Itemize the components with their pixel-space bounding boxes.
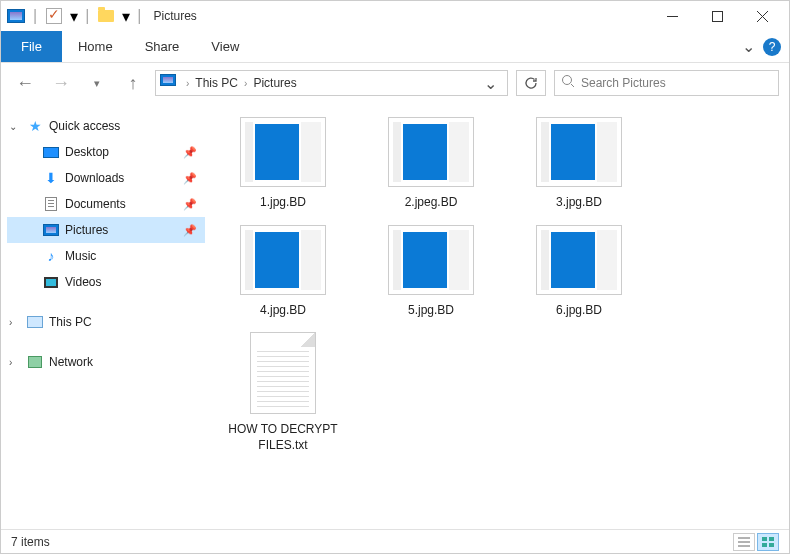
folder-icon[interactable]: [95, 5, 117, 27]
folder-dropdown-icon[interactable]: ▾: [121, 7, 131, 26]
status-item-count: 7 items: [11, 535, 50, 549]
qat-dropdown-icon[interactable]: ▾: [69, 7, 79, 26]
svg-rect-2: [762, 537, 767, 541]
pin-icon: 📌: [183, 198, 197, 211]
sidebar-item-documents[interactable]: Documents📌: [7, 191, 205, 217]
image-thumbnail-icon: [240, 117, 326, 187]
sidebar-item-label: Pictures: [65, 223, 183, 237]
file-item[interactable]: 5.jpg.BD: [369, 225, 493, 319]
file-item[interactable]: HOW TO DECRYPT FILES.txt: [221, 332, 345, 453]
up-button[interactable]: ↑: [119, 69, 147, 97]
sidebar-item-label: Videos: [65, 275, 205, 289]
file-item[interactable]: 1.jpg.BD: [221, 117, 345, 211]
doc-icon: [41, 196, 61, 212]
file-tab[interactable]: File: [1, 31, 62, 62]
image-thumbnail-icon: [388, 117, 474, 187]
back-button[interactable]: ←: [11, 69, 39, 97]
sidebar-item-downloads[interactable]: ⬇Downloads📌: [7, 165, 205, 191]
search-box[interactable]: Search Pictures: [554, 70, 779, 96]
sidebar-network[interactable]: › Network: [7, 349, 205, 375]
download-icon: ⬇: [41, 170, 61, 186]
qat-separator: |: [33, 7, 37, 25]
svg-point-1: [563, 76, 572, 85]
window-title: Pictures: [153, 9, 196, 23]
file-name: 6.jpg.BD: [556, 303, 602, 319]
qat-separator-3: |: [137, 7, 141, 25]
ribbon-right: ⌄ ?: [742, 31, 789, 62]
titlebar: | ▾ | ▾ | Pictures: [1, 1, 789, 31]
address-bar[interactable]: › This PC › Pictures ⌄: [155, 70, 508, 96]
tab-share[interactable]: Share: [129, 31, 196, 62]
chevron-right-icon[interactable]: ›: [9, 357, 25, 368]
this-pc-label: This PC: [49, 315, 205, 329]
file-name: 4.jpg.BD: [260, 303, 306, 319]
file-pane[interactable]: 1.jpg.BD2.jpeg.BD3.jpg.BD4.jpg.BD5.jpg.B…: [211, 103, 789, 533]
crumb-this-pc[interactable]: This PC: [193, 76, 240, 90]
file-name: 5.jpg.BD: [408, 303, 454, 319]
pin-icon: 📌: [183, 224, 197, 237]
sidebar-item-label: Downloads: [65, 171, 183, 185]
minimize-button[interactable]: [650, 1, 695, 31]
close-button[interactable]: [740, 1, 785, 31]
quick-access-label: Quick access: [49, 119, 205, 133]
refresh-button[interactable]: [516, 70, 546, 96]
address-dropdown-icon[interactable]: ⌄: [478, 74, 503, 93]
chevron-down-icon[interactable]: ⌄: [9, 121, 25, 132]
image-thumbnail-icon: [536, 225, 622, 295]
pin-icon: 📌: [183, 146, 197, 159]
sidebar-item-label: Music: [65, 249, 205, 263]
crumb-pictures[interactable]: Pictures: [251, 76, 298, 90]
sidebar-item-music[interactable]: ♪Music: [7, 243, 205, 269]
thumbnails-view-button[interactable]: [757, 533, 779, 551]
file-item[interactable]: 2.jpeg.BD: [369, 117, 493, 211]
quick-access-toolbar: | ▾ | ▾ |: [5, 5, 143, 27]
details-view-button[interactable]: [733, 533, 755, 551]
qat-separator-2: |: [85, 7, 89, 25]
search-icon: [561, 74, 575, 92]
star-icon: ★: [25, 118, 45, 134]
svg-rect-0: [713, 11, 723, 21]
window-controls: [650, 1, 785, 31]
sidebar-item-label: Desktop: [65, 145, 183, 159]
video-icon: [41, 274, 61, 290]
tab-home[interactable]: Home: [62, 31, 129, 62]
svg-rect-5: [769, 543, 774, 547]
desktop-icon: [41, 144, 61, 160]
ribbon: File Home Share View ⌄ ?: [1, 31, 789, 63]
music-icon: ♪: [41, 248, 61, 264]
sidebar-this-pc[interactable]: › This PC: [7, 309, 205, 335]
svg-rect-3: [769, 537, 774, 541]
file-item[interactable]: 6.jpg.BD: [517, 225, 641, 319]
address-folder-icon: [160, 74, 178, 92]
pic-icon: [41, 222, 61, 238]
maximize-button[interactable]: [695, 1, 740, 31]
view-switcher: [733, 533, 779, 551]
image-thumbnail-icon: [536, 117, 622, 187]
chevron-right-icon[interactable]: ›: [9, 317, 25, 328]
sidebar-quick-access[interactable]: ⌄ ★ Quick access: [7, 113, 205, 139]
explorer-app-icon[interactable]: [5, 5, 27, 27]
file-name: 2.jpeg.BD: [405, 195, 458, 211]
pc-icon: [25, 314, 45, 330]
recent-locations-button[interactable]: ▾: [83, 69, 111, 97]
image-thumbnail-icon: [240, 225, 326, 295]
sidebar-item-videos[interactable]: Videos: [7, 269, 205, 295]
network-icon: [25, 354, 45, 370]
file-item[interactable]: 4.jpg.BD: [221, 225, 345, 319]
image-thumbnail-icon: [388, 225, 474, 295]
crumb-sep-0[interactable]: ›: [182, 78, 193, 89]
tab-view[interactable]: View: [195, 31, 255, 62]
crumb-sep-1[interactable]: ›: [240, 78, 251, 89]
sidebar-item-desktop[interactable]: Desktop📌: [7, 139, 205, 165]
forward-button[interactable]: →: [47, 69, 75, 97]
file-item[interactable]: 3.jpg.BD: [517, 117, 641, 211]
sidebar-item-pictures[interactable]: Pictures📌: [7, 217, 205, 243]
sidebar-item-label: Documents: [65, 197, 183, 211]
ribbon-expand-icon[interactable]: ⌄: [742, 37, 755, 56]
file-name: HOW TO DECRYPT FILES.txt: [221, 422, 345, 453]
pin-icon: 📌: [183, 172, 197, 185]
qat-properties-icon[interactable]: [43, 5, 65, 27]
content: ⌄ ★ Quick access Desktop📌⬇Downloads📌Docu…: [1, 103, 789, 533]
help-icon[interactable]: ?: [763, 38, 781, 56]
search-placeholder: Search Pictures: [581, 76, 666, 90]
